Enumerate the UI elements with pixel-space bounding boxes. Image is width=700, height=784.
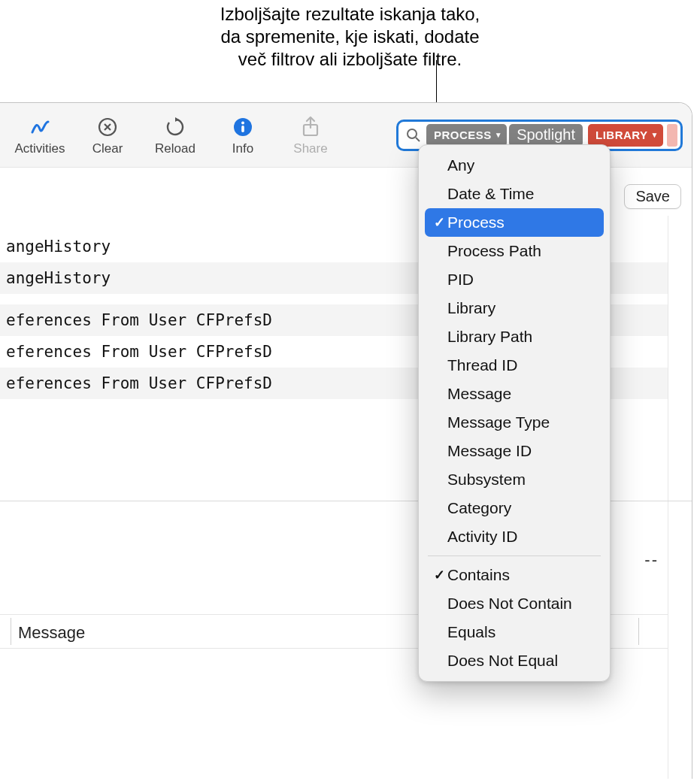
svg-point-5 bbox=[408, 129, 417, 138]
info-label: Info bbox=[232, 141, 253, 156]
share-button: Share bbox=[277, 105, 344, 165]
menu-item-label: Message ID bbox=[447, 442, 532, 460]
filter-value-spotlight[interactable]: Spotlight bbox=[509, 124, 583, 147]
menu-item-contains[interactable]: ✓Contains bbox=[425, 561, 604, 589]
menu-item-label: Library Path bbox=[447, 328, 532, 346]
clear-icon bbox=[95, 114, 120, 140]
column-separator[interactable] bbox=[11, 618, 11, 645]
reload-label: Reload bbox=[155, 141, 195, 156]
filter-token-library[interactable]: LIBRARY ▼ bbox=[588, 124, 663, 147]
menu-item-label: PID bbox=[447, 271, 474, 289]
menu-item-label: Process Path bbox=[447, 242, 541, 260]
menu-item-label: Contains bbox=[447, 566, 510, 584]
share-label: Share bbox=[293, 141, 327, 156]
menu-item-label: Library bbox=[447, 299, 495, 317]
menu-item-label: Subsystem bbox=[447, 471, 526, 489]
annotation-line3: več filtrov ali izboljšate filtre. bbox=[0, 48, 700, 71]
annotation-line1: Izboljšajte rezultate iskanja tako, bbox=[0, 3, 700, 26]
menu-item-message-type[interactable]: Message Type bbox=[425, 408, 604, 437]
menu-item-label: Thread ID bbox=[447, 356, 517, 374]
menu-item-does-not-contain[interactable]: Does Not Contain bbox=[425, 589, 604, 618]
activities-label: Activities bbox=[14, 141, 65, 156]
svg-point-2 bbox=[241, 121, 244, 124]
info-icon bbox=[230, 114, 256, 140]
annotation-line2: da spremenite, kje iskati, dodate bbox=[0, 26, 700, 48]
menu-item-label: Does Not Contain bbox=[447, 595, 572, 613]
menu-item-does-not-equal[interactable]: Does Not Equal bbox=[425, 646, 604, 675]
filter-token-process[interactable]: PROCESS ▼ bbox=[426, 124, 507, 147]
menu-item-label: Activity ID bbox=[447, 528, 517, 546]
activities-button[interactable]: Activities bbox=[6, 105, 74, 165]
menu-item-category[interactable]: Category bbox=[425, 494, 604, 522]
activities-icon bbox=[27, 114, 53, 140]
menu-item-equals[interactable]: Equals bbox=[425, 618, 604, 646]
reload-button[interactable]: Reload bbox=[141, 105, 209, 165]
scrollbar[interactable] bbox=[668, 216, 692, 779]
menu-item-label: Message bbox=[447, 385, 511, 403]
menu-item-label: Process bbox=[447, 213, 505, 232]
clear-label: Clear bbox=[92, 141, 123, 156]
clear-button[interactable]: Clear bbox=[74, 105, 141, 165]
check-icon: ✓ bbox=[431, 214, 447, 231]
search-icon bbox=[403, 128, 424, 143]
menu-item-label: Category bbox=[447, 499, 511, 517]
filter-process-label: PROCESS bbox=[434, 129, 492, 141]
filter-library-value-stub[interactable] bbox=[667, 124, 677, 147]
menu-item-library[interactable]: Library bbox=[425, 294, 604, 322]
menu-item-label: Any bbox=[447, 156, 474, 174]
menu-item-message-id[interactable]: Message ID bbox=[425, 437, 604, 465]
menu-item-activity-id[interactable]: Activity ID bbox=[425, 522, 604, 551]
menu-item-any[interactable]: Any bbox=[425, 151, 604, 180]
menu-item-message[interactable]: Message bbox=[425, 380, 604, 408]
annotation-callout: Izboljšajte rezultate iskanja tako, da s… bbox=[0, 3, 700, 71]
filter-dropdown-menu[interactable]: AnyDate & Time✓ProcessProcess PathPIDLib… bbox=[418, 144, 611, 682]
save-button[interactable]: Save bbox=[624, 184, 681, 209]
menu-item-label: Date & Time bbox=[447, 185, 535, 203]
column-header-message[interactable]: Message bbox=[18, 623, 85, 643]
check-icon: ✓ bbox=[431, 567, 447, 583]
menu-item-pid[interactable]: PID bbox=[425, 265, 604, 294]
menu-item-label: Does Not Equal bbox=[447, 652, 558, 670]
column-separator[interactable] bbox=[638, 618, 639, 645]
menu-separator bbox=[428, 555, 601, 556]
chevron-down-icon: ▼ bbox=[651, 131, 659, 139]
menu-item-thread-id[interactable]: Thread ID bbox=[425, 351, 604, 380]
share-icon bbox=[298, 114, 323, 140]
svg-rect-3 bbox=[241, 126, 244, 132]
chevron-down-icon: ▼ bbox=[495, 131, 502, 139]
reload-icon bbox=[162, 114, 188, 140]
info-button[interactable]: Info bbox=[209, 105, 277, 165]
filter-library-label: LIBRARY bbox=[595, 129, 648, 141]
menu-item-process-path[interactable]: Process Path bbox=[425, 237, 604, 265]
menu-item-subsystem[interactable]: Subsystem bbox=[425, 465, 604, 494]
menu-item-process[interactable]: ✓Process bbox=[425, 208, 604, 237]
menu-item-library-path[interactable]: Library Path bbox=[425, 322, 604, 351]
menu-item-label: Equals bbox=[447, 623, 495, 641]
menu-item-date-time[interactable]: Date & Time bbox=[425, 180, 604, 208]
menu-item-label: Message Type bbox=[447, 413, 550, 431]
empty-indicator: -- bbox=[644, 550, 659, 570]
